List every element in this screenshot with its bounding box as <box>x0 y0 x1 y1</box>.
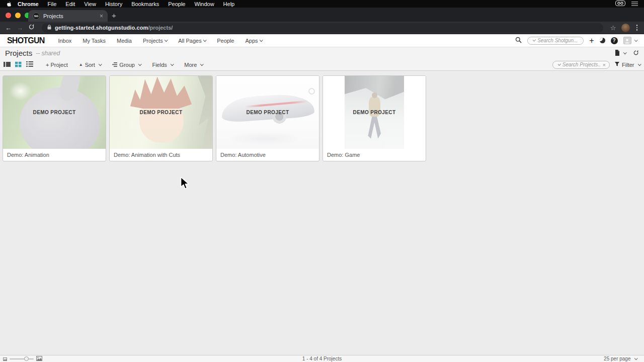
chevron-down-icon <box>200 62 203 65</box>
projects-search-input[interactable] <box>562 62 601 67</box>
project-card-title[interactable]: Demo: Game <box>323 149 426 161</box>
page-subtitle: -- shared <box>36 50 60 57</box>
account-menu[interactable] <box>623 37 637 44</box>
per-page-selector[interactable]: 25 per page <box>604 356 637 361</box>
demo-project-overlay: DEMO PROJECT <box>216 110 319 115</box>
view-grid-icon[interactable] <box>15 61 22 68</box>
chevron-down-icon <box>623 51 626 54</box>
nav-all-pages[interactable]: All Pages <box>173 38 211 44</box>
project-thumbnail[interactable]: DEMO PROJECT <box>110 76 212 149</box>
chevron-down-icon[interactable] <box>558 63 561 66</box>
nav-my-tasks[interactable]: My Tasks <box>77 38 111 44</box>
status-circle-icon <box>308 88 315 95</box>
window-minimize-button[interactable] <box>15 13 21 18</box>
chevron-down-icon <box>171 62 174 65</box>
chevron-down-icon <box>99 62 102 65</box>
page-doc-icon <box>615 49 620 58</box>
back-button[interactable]: ← <box>5 24 12 32</box>
nav-people[interactable]: People <box>211 38 239 44</box>
macos-menubar: Chrome File Edit View History Bookmarks … <box>0 0 644 8</box>
menubar-item-view[interactable]: View <box>79 1 101 7</box>
clear-search-icon[interactable]: × <box>603 62 606 68</box>
project-card[interactable]: DEMO PROJECT Demo: Game <box>323 75 426 161</box>
chevron-down-icon <box>638 62 641 65</box>
projects-search-box[interactable]: × <box>552 61 610 69</box>
menubar-item-history[interactable]: History <box>101 1 127 7</box>
project-thumbnail[interactable]: DEMO PROJECT <box>3 76 106 149</box>
pagination-range: 1 - 4 of 4 Projects <box>0 356 644 361</box>
new-tab-button[interactable]: + <box>112 11 116 21</box>
demo-project-overlay: DEMO PROJECT <box>323 110 426 115</box>
projects-toolbar: + Project ▲ Sort Group Fields More × Fil… <box>0 59 644 71</box>
menubar-item-chrome[interactable]: Chrome <box>13 1 43 7</box>
chevron-down-icon <box>260 38 263 41</box>
add-project-button[interactable]: + Project <box>40 62 73 68</box>
window-close-button[interactable] <box>6 13 11 18</box>
group-button[interactable]: Group <box>107 62 146 68</box>
global-search-input[interactable] <box>537 38 580 43</box>
refresh-icon[interactable] <box>633 49 639 58</box>
screen-record-icon[interactable] <box>615 1 625 7</box>
project-card-title[interactable]: Demo: Animation <box>3 149 106 161</box>
global-search-box[interactable] <box>527 37 584 45</box>
page-menu[interactable] <box>615 49 626 58</box>
menubar-item-window[interactable]: Window <box>190 1 218 7</box>
menubar-item-bookmarks[interactable]: Bookmarks <box>127 1 164 7</box>
project-card-title[interactable]: Demo: Automotive <box>216 149 319 161</box>
shotgun-header: SHOTGUN Inbox My Tasks Media Projects Al… <box>0 34 644 47</box>
shotgun-logo[interactable]: SHOTGUN <box>7 36 44 45</box>
demo-project-overlay: DEMO PROJECT <box>3 110 106 115</box>
project-card-title[interactable]: Demo: Animation with Cuts <box>110 149 212 161</box>
filter-button[interactable]: Filter <box>614 61 640 68</box>
status-bar: 1 - 4 of 4 Projects 25 per page <box>0 355 644 362</box>
project-grid: DEMO PROJECT Demo: Animation DEMO PROJEC… <box>0 71 644 161</box>
nav-projects[interactable]: Projects <box>137 38 173 44</box>
forward-button: → <box>17 24 23 32</box>
project-thumbnail[interactable]: DEMO PROJECT <box>323 76 426 149</box>
chrome-menu-icon[interactable] <box>635 25 639 31</box>
chrome-tab-strip: SG Projects × + <box>0 8 644 22</box>
chevron-down-icon[interactable] <box>533 38 536 41</box>
browser-tab-projects[interactable]: SG Projects × <box>28 10 108 22</box>
chrome-profile-avatar[interactable] <box>621 24 630 32</box>
sort-button[interactable]: ▲ Sort <box>73 62 107 68</box>
tab-close-icon[interactable]: × <box>100 13 103 20</box>
chevron-down-icon <box>138 62 141 65</box>
chrome-toolbar: ← → getting-started.shotgunstudio.com/pr… <box>0 22 644 34</box>
menu-list-icon[interactable] <box>631 1 638 7</box>
project-card[interactable]: DEMO PROJECT Demo: Automotive <box>216 75 319 161</box>
menubar-item-edit[interactable]: Edit <box>61 1 79 7</box>
chevron-down-icon <box>634 38 637 41</box>
avatar <box>623 37 631 44</box>
global-add-button[interactable]: + <box>589 36 594 45</box>
menubar-item-help[interactable]: Help <box>219 1 239 7</box>
chevron-down-icon <box>634 356 637 359</box>
shotgun-favicon: SG <box>33 13 40 20</box>
more-button[interactable]: More <box>179 62 209 68</box>
project-card[interactable]: DEMO PROJECT Demo: Animation <box>3 75 106 161</box>
apple-icon[interactable] <box>6 1 11 7</box>
group-list-icon <box>112 62 117 68</box>
window-controls <box>6 13 30 18</box>
view-list-icon[interactable] <box>26 61 33 68</box>
search-icon[interactable] <box>515 36 522 45</box>
page-title: Projects <box>5 49 32 57</box>
url-path: /projects/ <box>148 25 173 31</box>
bookmark-star-icon[interactable]: ☆ <box>610 24 616 32</box>
menubar-item-file[interactable]: File <box>43 1 61 7</box>
demo-project-overlay: DEMO PROJECT <box>110 110 212 115</box>
address-bar[interactable]: getting-started.shotgunstudio.com/projec… <box>42 23 603 33</box>
reload-button[interactable] <box>28 23 35 32</box>
project-thumbnail[interactable]: DEMO PROJECT <box>216 76 319 149</box>
help-icon[interactable]: ? <box>611 37 618 44</box>
url-host: getting-started.shotgunstudio.com <box>55 25 148 31</box>
nav-inbox[interactable]: Inbox <box>52 38 77 44</box>
sort-arrow-icon: ▲ <box>79 62 83 67</box>
nav-apps[interactable]: Apps <box>239 38 268 44</box>
moon-icon[interactable] <box>600 38 605 43</box>
nav-media[interactable]: Media <box>111 38 137 44</box>
menubar-item-people[interactable]: People <box>164 1 190 7</box>
project-card[interactable]: DEMO PROJECT Demo: Animation with Cuts <box>109 75 213 161</box>
fields-button[interactable]: Fields <box>146 62 179 68</box>
view-browser-icon[interactable] <box>4 61 11 68</box>
